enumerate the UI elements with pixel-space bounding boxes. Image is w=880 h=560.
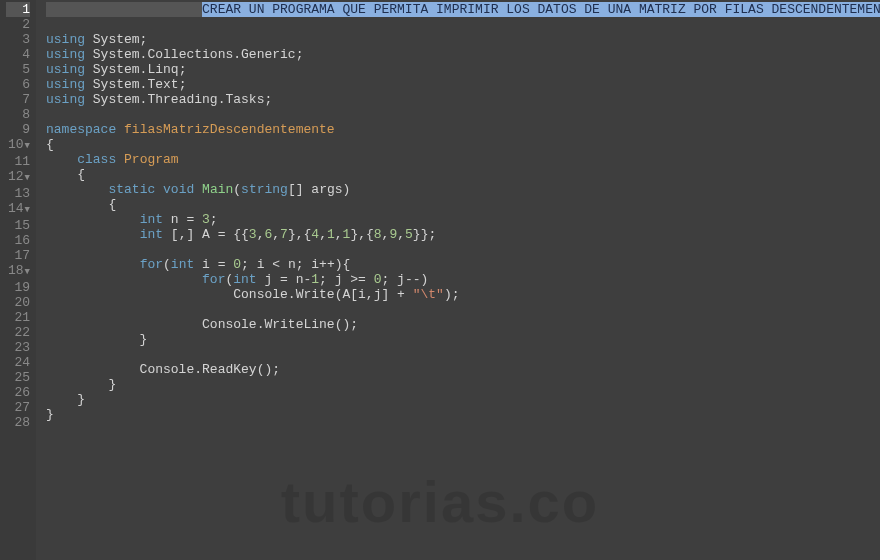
code-token	[155, 182, 163, 197]
code-token	[116, 152, 124, 167]
code-token: [] args)	[288, 182, 350, 197]
code-token: ; j--)	[382, 272, 429, 287]
code-line[interactable]: }	[46, 332, 880, 347]
line-number[interactable]: 28	[6, 415, 30, 430]
code-line[interactable]	[46, 302, 880, 317]
line-number[interactable]: 17	[6, 248, 30, 263]
code-line[interactable]: Console.WriteLine();	[46, 317, 880, 332]
code-area[interactable]: CREAR UN PROGRAMA QUE PERMITA IMPRIMIR L…	[36, 0, 880, 560]
code-line[interactable]: {	[46, 197, 880, 212]
line-number[interactable]: 13	[6, 186, 30, 201]
code-token: 3	[249, 227, 257, 242]
code-line[interactable]: Console.ReadKey();	[46, 362, 880, 377]
line-number[interactable]: 21	[6, 310, 30, 325]
code-line[interactable]: using System;	[46, 32, 880, 47]
code-line[interactable]: using System.Linq;	[46, 62, 880, 77]
line-number[interactable]: 4	[6, 47, 30, 62]
code-token: [,] A = {{	[163, 227, 249, 242]
code-line[interactable]	[46, 242, 880, 257]
code-token: static	[108, 182, 155, 197]
code-line[interactable]: for(int i = 0; i < n; i++){	[46, 257, 880, 272]
code-token: ,	[397, 227, 405, 242]
line-number[interactable]: 6	[6, 77, 30, 92]
code-token: }	[46, 392, 85, 407]
line-number[interactable]: 10▼	[6, 137, 30, 154]
code-line[interactable]: namespace filasMatrizDescendentemente	[46, 122, 880, 137]
line-number[interactable]: 19	[6, 280, 30, 295]
code-token: filasMatrizDescendentemente	[124, 122, 335, 137]
code-line[interactable]: for(int j = n-1; j >= 0; j--)	[46, 272, 880, 287]
code-token: (	[233, 182, 241, 197]
code-line[interactable]: CREAR UN PROGRAMA QUE PERMITA IMPRIMIR L…	[46, 2, 880, 17]
line-number[interactable]: 14▼	[6, 201, 30, 218]
code-line[interactable]: }	[46, 392, 880, 407]
line-number[interactable]: 11	[6, 154, 30, 169]
code-line[interactable]: using System.Threading.Tasks;	[46, 92, 880, 107]
code-token: {	[46, 167, 85, 182]
code-token: int	[233, 272, 256, 287]
code-token: using	[46, 92, 85, 107]
code-line[interactable]: }	[46, 377, 880, 392]
code-line[interactable]: {	[46, 167, 880, 182]
code-token: }};	[413, 227, 436, 242]
line-number[interactable]: 3	[6, 32, 30, 47]
code-line[interactable]: int [,] A = {{3,6,7},{4,1,1},{8,9,5}};	[46, 227, 880, 242]
code-token: ,	[319, 227, 327, 242]
code-token: int	[171, 257, 194, 272]
line-number[interactable]: 7	[6, 92, 30, 107]
code-line[interactable]: int n = 3;	[46, 212, 880, 227]
code-token: System.Threading.Tasks;	[85, 92, 272, 107]
code-token: },{	[350, 227, 373, 242]
code-token: 0	[374, 272, 382, 287]
code-token: for	[140, 257, 163, 272]
line-number-gutter[interactable]: 12345678910▼1112▼1314▼15161718▼192021222…	[0, 0, 36, 560]
code-token: string	[241, 182, 288, 197]
code-line[interactable]: class Program	[46, 152, 880, 167]
fold-arrow-icon[interactable]: ▼	[24, 205, 30, 215]
code-token: "\t"	[413, 287, 444, 302]
line-number[interactable]: 27	[6, 400, 30, 415]
code-token: ,	[335, 227, 343, 242]
code-line[interactable]: }	[46, 407, 880, 422]
code-line[interactable]: using System.Text;	[46, 77, 880, 92]
code-token	[46, 2, 202, 17]
code-token	[46, 227, 140, 242]
line-number[interactable]: 16	[6, 233, 30, 248]
code-token: class	[77, 152, 116, 167]
line-number[interactable]: 12▼	[6, 169, 30, 186]
line-number[interactable]: 22	[6, 325, 30, 340]
code-line[interactable]	[46, 107, 880, 122]
line-number[interactable]: 26	[6, 385, 30, 400]
line-number[interactable]: 2	[6, 17, 30, 32]
line-number[interactable]: 5	[6, 62, 30, 77]
code-line[interactable]: Console.Write(A[i,j] + "\t");	[46, 287, 880, 302]
line-number[interactable]: 23	[6, 340, 30, 355]
fold-arrow-icon[interactable]: ▼	[24, 267, 30, 277]
code-token: using	[46, 77, 85, 92]
line-number[interactable]: 24	[6, 355, 30, 370]
code-token: using	[46, 62, 85, 77]
code-token	[194, 182, 202, 197]
code-line[interactable]: using System.Collections.Generic;	[46, 47, 880, 62]
code-token: Program	[124, 152, 179, 167]
code-line[interactable]	[46, 17, 880, 32]
code-token: for	[202, 272, 225, 287]
code-token: using	[46, 47, 85, 62]
line-number[interactable]: 25	[6, 370, 30, 385]
code-token: }	[46, 377, 116, 392]
line-number[interactable]: 20	[6, 295, 30, 310]
code-token: 7	[280, 227, 288, 242]
code-line[interactable]: {	[46, 137, 880, 152]
line-number[interactable]: 15	[6, 218, 30, 233]
fold-arrow-icon[interactable]: ▼	[24, 141, 30, 151]
code-line[interactable]	[46, 347, 880, 362]
line-number[interactable]: 1	[6, 2, 30, 17]
code-token: System.Linq;	[85, 62, 186, 77]
line-number[interactable]: 9	[6, 122, 30, 137]
code-line[interactable]: static void Main(string[] args)	[46, 182, 880, 197]
fold-arrow-icon[interactable]: ▼	[24, 173, 30, 183]
line-number[interactable]: 18▼	[6, 263, 30, 280]
code-editor[interactable]: 12345678910▼1112▼1314▼15161718▼192021222…	[0, 0, 880, 560]
code-token: Console.Write(A[i,j] +	[46, 287, 413, 302]
line-number[interactable]: 8	[6, 107, 30, 122]
